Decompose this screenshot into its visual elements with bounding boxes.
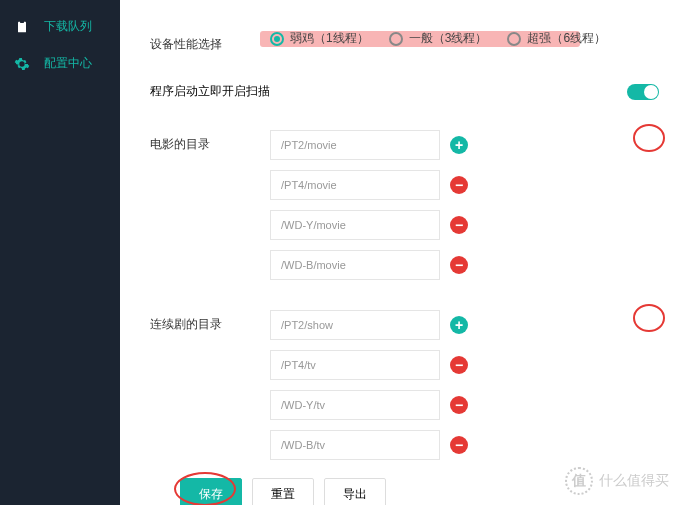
add-button[interactable]: + — [450, 316, 468, 334]
list-item: − — [270, 430, 659, 460]
remove-button[interactable]: − — [450, 356, 468, 374]
sidebar-item-label: 下载队列 — [44, 18, 92, 35]
series-path-input[interactable] — [270, 430, 440, 460]
radio-dot-icon — [274, 36, 280, 42]
radio-normal[interactable]: 一般（3线程） — [389, 30, 488, 47]
series-path-input[interactable] — [270, 310, 440, 340]
series-path-input[interactable] — [270, 390, 440, 420]
svg-rect-1 — [20, 20, 24, 23]
remove-button[interactable]: − — [450, 216, 468, 234]
export-button[interactable]: 导出 — [324, 478, 386, 505]
minus-icon: − — [455, 438, 463, 452]
footer-actions: 保存 重置 导出 — [180, 478, 679, 505]
series-dir-label: 连续剧的目录 — [150, 310, 270, 333]
svg-rect-0 — [18, 21, 26, 32]
radio-weak[interactable]: 弱鸡（1线程） — [270, 30, 369, 47]
list-item: − — [270, 210, 659, 240]
sidebar-item-label: 配置中心 — [44, 55, 92, 72]
minus-icon: − — [455, 258, 463, 272]
auto-scan-toggle[interactable] — [627, 84, 659, 100]
list-item: − — [270, 350, 659, 380]
add-button[interactable]: + — [450, 136, 468, 154]
performance-radios: 弱鸡（1线程） 一般（3线程） 超强（6线程） — [270, 30, 659, 47]
remove-button[interactable]: − — [450, 396, 468, 414]
movie-dir-row: 电影的目录 + − − − — [150, 130, 659, 280]
auto-scan-row: 程序启动立即开启扫描 — [150, 83, 659, 100]
remove-button[interactable]: − — [450, 436, 468, 454]
radio-label: 超强（6线程） — [527, 30, 606, 47]
radio-circle-icon — [507, 32, 521, 46]
list-item: + — [270, 310, 659, 340]
movie-paths: + − − − — [270, 130, 659, 280]
clipboard-icon — [14, 19, 30, 35]
sidebar: 下载队列 配置中心 — [0, 0, 120, 505]
movie-dir-label: 电影的目录 — [150, 130, 270, 153]
minus-icon: − — [455, 178, 463, 192]
movie-path-input[interactable] — [270, 210, 440, 240]
minus-icon: − — [455, 398, 463, 412]
series-dir-row: 连续剧的目录 + − − − — [150, 310, 659, 460]
list-item: − — [270, 390, 659, 420]
remove-button[interactable]: − — [450, 256, 468, 274]
radio-circle-icon — [270, 32, 284, 46]
movie-path-input[interactable] — [270, 170, 440, 200]
series-path-input[interactable] — [270, 350, 440, 380]
minus-icon: − — [455, 218, 463, 232]
sidebar-item-download[interactable]: 下载队列 — [0, 8, 120, 45]
main-panel: 设备性能选择 弱鸡（1线程） 一般（3线程） 超强（6线程） 程序启动立即开启扫… — [120, 0, 679, 505]
plus-icon: + — [455, 138, 463, 152]
movie-path-input[interactable] — [270, 130, 440, 160]
radio-label: 弱鸡（1线程） — [290, 30, 369, 47]
save-button[interactable]: 保存 — [180, 478, 242, 505]
list-item: + — [270, 130, 659, 160]
remove-button[interactable]: − — [450, 176, 468, 194]
series-paths: + − − − — [270, 310, 659, 460]
radio-circle-icon — [389, 32, 403, 46]
list-item: − — [270, 250, 659, 280]
radio-label: 一般（3线程） — [409, 30, 488, 47]
gear-icon — [14, 56, 30, 72]
radio-strong[interactable]: 超强（6线程） — [507, 30, 606, 47]
reset-button[interactable]: 重置 — [252, 478, 314, 505]
auto-scan-label: 程序启动立即开启扫描 — [150, 83, 270, 100]
plus-icon: + — [455, 318, 463, 332]
performance-label: 设备性能选择 — [150, 30, 270, 53]
list-item: − — [270, 170, 659, 200]
movie-path-input[interactable] — [270, 250, 440, 280]
minus-icon: − — [455, 358, 463, 372]
sidebar-item-config[interactable]: 配置中心 — [0, 45, 120, 82]
performance-row: 设备性能选择 弱鸡（1线程） 一般（3线程） 超强（6线程） — [150, 30, 659, 53]
